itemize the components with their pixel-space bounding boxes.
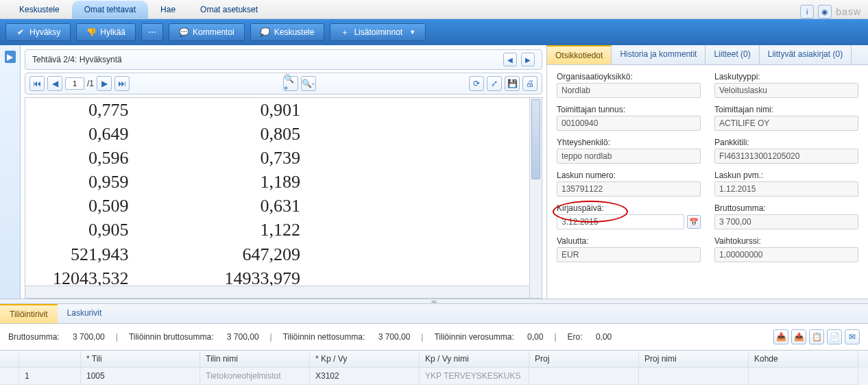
col-tili[interactable]: * Tili — [81, 351, 200, 368]
col-check[interactable] — [0, 351, 19, 368]
tab-historia[interactable]: Historia ja kommentit — [612, 45, 706, 64]
page-total: /1 — [87, 79, 94, 88]
reject-button[interactable]: 👎Hylkää — [76, 23, 136, 41]
dots-icon: ⋯ — [147, 27, 157, 37]
chevron-down-icon: ▼ — [409, 29, 415, 36]
task-prev-button[interactable]: ◀ — [503, 53, 517, 66]
supcode-label: Toimittajan tunnus: — [557, 105, 701, 114]
supname-value: ACTILIFE OY — [714, 116, 858, 131]
supname-label: Toimittajan nimi: — [714, 105, 858, 114]
save-doc-button[interactable]: 💾 — [505, 76, 520, 91]
brand-logo: basw — [836, 6, 861, 17]
org-value: Nordlab — [557, 83, 701, 98]
fit-width-button[interactable]: ⤢ — [487, 76, 502, 91]
tab-liitteet[interactable]: Liitteet (0) — [706, 45, 759, 64]
top-nav: Keskustele Omat tehtavat Hae Omat asetuk… — [0, 0, 868, 19]
viewer-toolbar: ⏮ ◀ /1 ▶ ⏭ 🔍+ 🔍- ⟳ ⤢ 💾 🖨 — [25, 73, 542, 94]
page-next-button[interactable]: ▶ — [97, 76, 112, 91]
tab-tiliointirivit[interactable]: Tiliöintirivit — [0, 304, 58, 323]
tab-omat-asetukset[interactable]: Omat asetukset — [188, 1, 270, 18]
invtype-label: Laskutyyppi: — [714, 72, 858, 81]
check-icon: ✔ — [16, 27, 25, 37]
grid-action-4[interactable]: 📄 — [827, 329, 842, 344]
contact-value: teppo nordlab — [557, 149, 701, 164]
currency-value: EUR — [557, 247, 701, 262]
gross-label: Bruttosumma: — [714, 203, 858, 213]
currency-label: Valuutta: — [557, 236, 701, 246]
invnum-value: 135791122 — [557, 181, 701, 197]
page-first-button[interactable]: ⏮ — [29, 76, 45, 91]
page-prev-button[interactable]: ◀ — [47, 76, 62, 91]
grid-action-3[interactable]: 📋 — [809, 329, 824, 344]
chat-icon: 💭 — [261, 27, 270, 37]
invnum-label: Laskun numero: — [557, 171, 701, 180]
invtype-value: Veloituslasku — [714, 83, 858, 98]
left-gutter: ▶ — [0, 45, 21, 299]
tab-laskurivit[interactable]: Laskurivit — [58, 304, 112, 323]
zoom-out-button[interactable]: 🔍- — [301, 76, 316, 91]
rate-label: Vaihtokurssi: — [714, 236, 858, 246]
tab-omat-tehtavat[interactable]: Omat tehtavat — [72, 1, 148, 18]
expand-panel-button[interactable]: ▶ — [5, 51, 16, 63]
details-panel: Otsikkotiedot Historia ja kommentit Liit… — [547, 45, 868, 299]
comment-button[interactable]: 💬Kommentoi — [169, 23, 245, 41]
discuss-button[interactable]: 💭Keskustele — [250, 23, 325, 41]
settings-icon[interactable]: ◉ — [818, 5, 832, 18]
grid-action-1[interactable]: 📥 — [773, 329, 788, 344]
info-icon[interactable]: i — [800, 5, 814, 18]
table-row[interactable]: 1 1005 Tietokoneohjelmistot X3102 YKP TE… — [0, 368, 868, 385]
task-next-button[interactable]: ▶ — [521, 53, 535, 66]
supcode-value: 00100940 — [557, 116, 701, 131]
postdate-label: Kirjauspäivä: — [557, 203, 701, 213]
tab-otsikkotiedot[interactable]: Otsikkotiedot — [547, 45, 612, 64]
rotate-button[interactable]: ⟳ — [469, 76, 484, 91]
postdate-input[interactable] — [557, 214, 684, 229]
col-proj[interactable]: Proj — [529, 351, 639, 368]
org-label: Organisaatioyksikkö: — [557, 72, 701, 81]
col-kpvy[interactable]: * Kp / Vy — [310, 351, 420, 368]
coding-grid: * Tili Tilin nimi * Kp / Vy Kp / Vy nimi… — [0, 350, 868, 385]
col-kohde[interactable]: Kohde — [749, 351, 858, 368]
horizontal-splitter[interactable]: ═ — [0, 299, 868, 304]
grid-action-2[interactable]: 📤 — [791, 329, 806, 344]
document-viewer[interactable]: 0,775 0,649 0,596 0,959 0,509 0,905 521,… — [25, 97, 542, 299]
gross-value: 3 700,00 — [714, 214, 858, 229]
tab-hae[interactable]: Hae — [148, 1, 188, 18]
task-title: Tehtävä 2/4: Hyväksyntä — [32, 55, 122, 64]
invdate-label: Laskun pvm.: — [714, 171, 858, 180]
contact-label: Yhteyshenkilö: — [557, 138, 701, 147]
invdate-value: 1.12.2015 — [714, 181, 858, 197]
bank-label: Pankkitili: — [714, 138, 858, 147]
bank-value: FI4631313001205020 — [714, 149, 858, 164]
plus-icon: ＋ — [340, 27, 350, 37]
doc-vertical-scrollbar[interactable] — [529, 98, 542, 298]
grid-action-5[interactable]: ✉ — [845, 329, 860, 344]
zoom-in-button[interactable]: 🔍+ — [283, 76, 298, 91]
summary-row: Bruttosumma: 3 700,00 | Tiliöinnin brutt… — [0, 324, 868, 350]
calendar-icon[interactable]: 📅 — [687, 215, 701, 229]
comment-icon: 💬 — [179, 27, 189, 37]
page-number-input[interactable] — [65, 77, 84, 90]
tab-keskustele[interactable]: Keskustele — [7, 1, 72, 18]
rate-value: 1,00000000 — [714, 247, 858, 262]
extra-actions-button[interactable]: ＋Lisätoiminnot▼ — [330, 23, 426, 41]
print-button[interactable]: 🖨 — [522, 76, 538, 91]
col-kpvy-nimi[interactable]: Kp / Vy nimi — [420, 351, 529, 368]
tab-liittyvat[interactable]: Liittyvät asiakirjat (0) — [760, 45, 852, 64]
col-proj-nimi[interactable]: Proj nimi — [639, 351, 749, 368]
more-actions-button[interactable]: ⋯ — [141, 23, 163, 41]
col-num[interactable] — [19, 351, 81, 368]
doc-horizontal-scrollbar[interactable] — [25, 286, 529, 298]
col-tilin-nimi[interactable]: Tilin nimi — [200, 351, 310, 368]
thumbs-down-icon: 👎 — [86, 27, 96, 37]
task-header: Tehtävä 2/4: Hyväksyntä ◀ ▶ — [25, 49, 542, 70]
doc-column-1: 0,775 0,649 0,596 0,959 0,509 0,905 521,… — [53, 98, 129, 290]
page-last-button[interactable]: ⏭ — [114, 76, 130, 91]
doc-column-2: 0,901 0,805 0,739 1,189 0,631 1,122 647,… — [225, 98, 301, 290]
action-toolbar: ✔Hyväksy 👎Hylkää ⋯ 💬Kommentoi 💭Keskustel… — [0, 19, 868, 45]
approve-button[interactable]: ✔Hyväksy — [5, 23, 71, 41]
